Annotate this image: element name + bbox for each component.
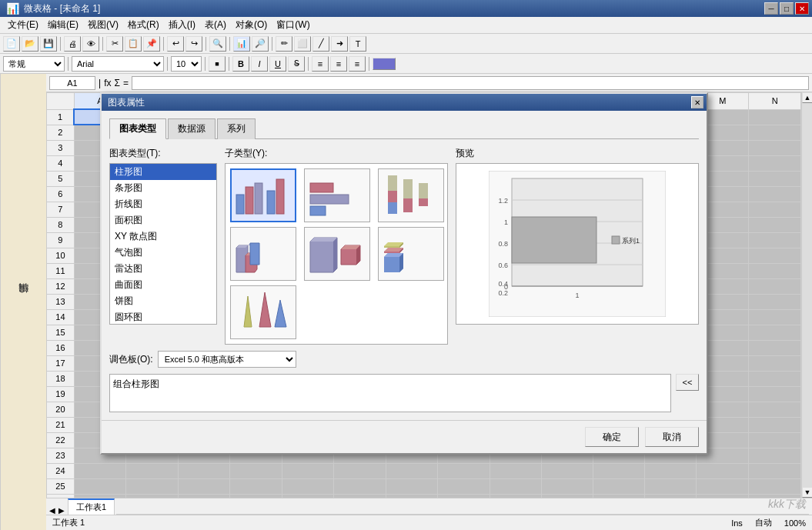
cell-N4[interactable]	[749, 155, 801, 171]
cell-I24[interactable]	[490, 463, 541, 478]
chart-type-area[interactable]: 面积图	[110, 212, 216, 228]
cell-E26[interactable]	[282, 494, 333, 498]
cell-N25[interactable]	[749, 478, 801, 494]
cell-M25[interactable]	[697, 478, 749, 494]
collapse-button[interactable]: <<	[676, 374, 699, 391]
shape-button[interactable]: ⬜	[294, 36, 311, 52]
preview-button[interactable]: 👁	[82, 36, 99, 52]
bg-color-btn[interactable]	[373, 58, 396, 70]
dialog-close-button[interactable]: ✕	[691, 96, 703, 108]
cell-G25[interactable]	[386, 478, 438, 494]
cell-N6[interactable]	[749, 186, 801, 202]
sheet-tab-1[interactable]: 工作表1	[68, 498, 115, 515]
chart-type-surface[interactable]: 曲面图	[110, 277, 216, 293]
cell-A24[interactable]	[74, 463, 125, 478]
scroll-left-tab[interactable]: ◀	[49, 506, 55, 515]
cell-J25[interactable]	[541, 478, 593, 494]
subtype-2[interactable]	[304, 168, 370, 222]
subtype-3[interactable]	[378, 168, 444, 222]
cell-K25[interactable]	[593, 478, 644, 494]
minimize-button[interactable]: ─	[764, 2, 778, 15]
cell-N12[interactable]	[749, 278, 801, 294]
scroll-right-tab[interactable]: ▶	[58, 506, 65, 515]
cell-A26[interactable]	[74, 494, 125, 498]
paste-button[interactable]: 📌	[143, 36, 160, 52]
bold-button[interactable]: B	[232, 56, 249, 72]
cell-D24[interactable]	[230, 463, 282, 478]
cell-J24[interactable]	[541, 463, 593, 478]
subtype-7[interactable]	[230, 285, 296, 339]
cell-N14[interactable]	[749, 309, 801, 325]
menu-window[interactable]: 窗口(W)	[272, 17, 314, 33]
font-select[interactable]: Arial	[72, 56, 164, 72]
open-button[interactable]: 📂	[22, 36, 38, 52]
cell-N20[interactable]	[749, 402, 801, 417]
cell-B24[interactable]	[126, 463, 178, 478]
menu-file[interactable]: 文件(E)	[3, 17, 43, 33]
cell-C26[interactable]	[178, 494, 230, 498]
cell-M26[interactable]	[697, 494, 749, 498]
cell-N17[interactable]	[749, 355, 801, 371]
redo-button[interactable]: ↪	[185, 36, 202, 52]
cell-K26[interactable]	[593, 494, 644, 498]
cell-N1[interactable]	[749, 109, 801, 125]
cell-N16[interactable]	[749, 340, 801, 355]
chart-type-xy[interactable]: XY 散点图	[110, 228, 216, 245]
cell-L25[interactable]	[645, 478, 697, 494]
style-select[interactable]: 常规	[3, 56, 65, 72]
maximize-button[interactable]: □	[780, 2, 794, 15]
tab-chart-type[interactable]: 图表类型	[109, 118, 166, 139]
draw-button[interactable]: ✏	[276, 36, 292, 52]
tab-series[interactable]: 系列	[217, 118, 256, 139]
cell-A25[interactable]	[74, 478, 125, 494]
cell-F24[interactable]	[334, 463, 386, 478]
cell-H24[interactable]	[438, 463, 490, 478]
palette-select[interactable]: Excel 5.0 和惠高版本	[158, 351, 296, 368]
subtype-5[interactable]	[304, 227, 370, 281]
cell-N23[interactable]	[749, 448, 801, 463]
menu-format[interactable]: 格式(R)	[123, 17, 164, 33]
italic-button[interactable]: I	[251, 56, 268, 72]
cell-N10[interactable]	[749, 248, 801, 263]
subtype-1[interactable]	[230, 168, 296, 222]
cell-N13[interactable]	[749, 294, 801, 309]
cell-L24[interactable]	[645, 463, 697, 478]
chart-type-radar[interactable]: 雷达图	[110, 261, 216, 277]
cell-I25[interactable]	[490, 478, 541, 494]
align-left-btn[interactable]: ≡	[312, 56, 329, 72]
size-select[interactable]: 10	[171, 56, 202, 72]
cell-G24[interactable]	[386, 463, 438, 478]
chart-type-donut[interactable]: 圆环图	[110, 309, 216, 325]
cell-E25[interactable]	[282, 478, 333, 494]
underline-button[interactable]: U	[269, 56, 286, 72]
line-button[interactable]: ╱	[312, 36, 329, 52]
cell-D25[interactable]	[230, 478, 282, 494]
textbox-button[interactable]: T	[349, 36, 366, 52]
arrow-button[interactable]: ➜	[331, 36, 348, 52]
align-center-btn[interactable]: ≡	[330, 56, 347, 72]
cell-N3[interactable]	[749, 140, 801, 155]
chart-type-bar2[interactable]: 条形图	[110, 180, 216, 196]
cell-C24[interactable]	[178, 463, 230, 478]
find-button[interactable]: 🔍	[209, 36, 226, 52]
formula-input[interactable]	[132, 76, 809, 90]
cell-N2[interactable]	[749, 125, 801, 140]
undo-button[interactable]: ↩	[167, 36, 184, 52]
scroll-track[interactable]	[802, 103, 812, 487]
color-btn[interactable]: ■	[209, 56, 226, 72]
cell-N9[interactable]	[749, 232, 801, 248]
cell-N15[interactable]	[749, 325, 801, 340]
cell-D26[interactable]	[230, 494, 282, 498]
menu-edit[interactable]: 编辑(E)	[43, 17, 83, 33]
save-button[interactable]: 💾	[40, 36, 57, 52]
tab-data-source[interactable]: 数据源	[168, 118, 216, 139]
subtype-4[interactable]	[230, 227, 296, 281]
cell-I26[interactable]	[490, 494, 541, 498]
cut-button[interactable]: ✂	[106, 36, 123, 52]
cell-F26[interactable]	[334, 494, 386, 498]
cell-N21[interactable]	[749, 417, 801, 432]
cancel-button[interactable]: 取消	[645, 427, 699, 447]
close-button[interactable]: ✕	[795, 2, 809, 15]
menu-table[interactable]: 表(A)	[200, 17, 231, 33]
chart-button[interactable]: 📊	[233, 36, 250, 52]
